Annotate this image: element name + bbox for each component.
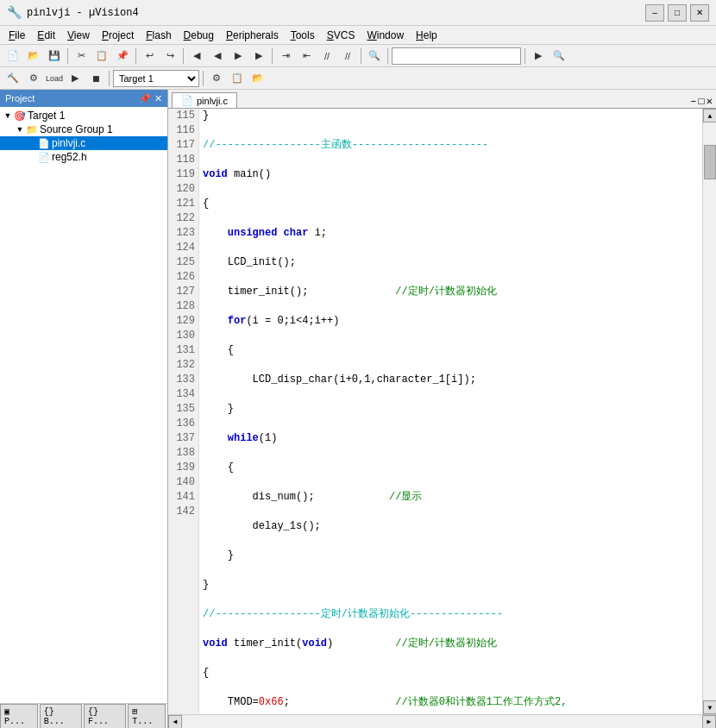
- sep1: [67, 48, 68, 64]
- minimize-button[interactable]: –: [645, 4, 664, 22]
- sep7: [524, 48, 525, 64]
- sep3: [183, 48, 184, 64]
- maximize-button[interactable]: □: [668, 4, 687, 22]
- sep4: [272, 48, 273, 64]
- toolbar1: 📄 📂 💾 ✂ 📋 📌 ↩ ↪ ◀ ◀ ▶ ▶ ⇥ ⇤ // // 🔍 ▶ 🔍: [0, 45, 716, 67]
- tree-item-sourcegroup1[interactable]: ▼ 📁 Source Group 1: [0, 122, 167, 136]
- build2-btn[interactable]: ⚙: [24, 69, 43, 88]
- back-button[interactable]: ◀: [187, 47, 206, 66]
- pin-icon[interactable]: 📌: [139, 93, 151, 104]
- menu-svcs[interactable]: SVCS: [322, 28, 361, 43]
- file-h-icon: 📄: [38, 152, 50, 163]
- editor-vscrollbar[interactable]: ▲ ▼: [702, 109, 716, 714]
- tab-file-icon: 📄: [181, 95, 193, 106]
- project-panel: Project 📌 ✕ ▼ 🎯 Target 1 ▼ 📁 Source Grou…: [0, 90, 168, 728]
- menu-help[interactable]: Help: [411, 28, 443, 43]
- code-content[interactable]: } //-----------------主函数----------------…: [199, 109, 702, 714]
- editor-tab-pinlvji[interactable]: 📄 pinlvji.c: [172, 92, 237, 108]
- titlebar-left: 🔧 pinlvji - µVision4: [7, 5, 139, 20]
- scroll-up-button[interactable]: ▲: [703, 109, 716, 122]
- titlebar: 🔧 pinlvji - µVision4 – □ ✕: [0, 0, 716, 26]
- run-btn[interactable]: ▶: [66, 69, 85, 88]
- indent-button[interactable]: ⇥: [276, 47, 295, 66]
- undo-button[interactable]: ↩: [140, 47, 159, 66]
- target-select[interactable]: Target 1: [113, 70, 199, 87]
- build-btn[interactable]: 🔨: [3, 69, 22, 88]
- tree-item-reg52-h[interactable]: 📄 reg52.h: [0, 150, 167, 164]
- new-button[interactable]: 📄: [3, 47, 22, 66]
- manage-btn[interactable]: 📋: [228, 69, 247, 88]
- close-button[interactable]: ✕: [690, 4, 709, 22]
- tab-label: pinlvji.c: [197, 96, 228, 106]
- paste-button[interactable]: 📌: [113, 47, 132, 66]
- tree-item-target1[interactable]: ▼ 🎯 Target 1: [0, 109, 167, 122]
- sep5: [361, 48, 361, 64]
- tab-project[interactable]: ▣ P...: [0, 704, 38, 728]
- app-icon: 🔧: [7, 5, 22, 20]
- menu-file[interactable]: File: [3, 28, 30, 43]
- sep8: [109, 71, 110, 86]
- sep2: [135, 48, 136, 64]
- stop-btn[interactable]: ⏹: [86, 69, 105, 88]
- editor-tab-controls: – □ ✕: [690, 95, 713, 108]
- file-c-icon: 📄: [38, 138, 50, 149]
- editor-area: 📄 pinlvji.c – □ ✕ 115 116 117 118 119 12…: [168, 90, 716, 728]
- reg52-h-label: reg52.h: [52, 151, 87, 163]
- titlebar-controls: – □ ✕: [645, 4, 709, 22]
- tab-templates[interactable]: ⊞ T...: [128, 704, 166, 728]
- nav3-button[interactable]: ▶: [229, 47, 248, 66]
- menu-flash[interactable]: Flash: [141, 28, 176, 43]
- toolbar2: 🔨 ⚙ Load ▶ ⏹ Target 1 ⚙ 📋 📂: [0, 67, 716, 90]
- menu-tools[interactable]: Tools: [286, 28, 320, 43]
- target-options-btn[interactable]: ⚙: [207, 69, 226, 88]
- save-button[interactable]: 💾: [45, 47, 64, 66]
- expand-target1[interactable]: ▼: [2, 111, 14, 120]
- panel-controls: 📌 ✕: [139, 93, 162, 104]
- code-editor[interactable]: 115 116 117 118 119 120 121 122 123 124 …: [168, 109, 716, 714]
- line-numbers: 115 116 117 118 119 120 121 122 123 124 …: [168, 109, 199, 714]
- expand-srcgroup1[interactable]: ▼: [14, 125, 26, 134]
- comment-button[interactable]: //: [317, 47, 336, 66]
- uncomment-button[interactable]: //: [338, 47, 357, 66]
- search-input[interactable]: [392, 47, 521, 65]
- menubar: File Edit View Project Flash Debug Perip…: [0, 26, 716, 45]
- tab-books[interactable]: {} B...: [40, 704, 82, 728]
- menu-view[interactable]: View: [62, 28, 95, 43]
- find-button[interactable]: 🔍: [365, 47, 384, 66]
- menu-peripherals[interactable]: Peripherals: [221, 28, 284, 43]
- scroll-right-button[interactable]: ▶: [702, 715, 716, 729]
- search-all-button[interactable]: 🔍: [550, 47, 568, 66]
- tab-minimize-icon[interactable]: –: [690, 96, 696, 108]
- tree-item-pinlvji-c[interactable]: 📄 pinlvji.c: [0, 136, 167, 150]
- forward-button[interactable]: ◀: [208, 47, 227, 66]
- copy-button[interactable]: 📋: [92, 47, 111, 66]
- project-panel-header: Project 📌 ✕: [0, 90, 167, 107]
- open-target-btn[interactable]: 📂: [248, 69, 267, 88]
- scroll-track: [703, 122, 716, 700]
- srcgroup1-label: Source Group 1: [40, 123, 113, 135]
- project-bottom-tabs: ▣ P... {} B... {} F... ⊞ T...: [0, 703, 167, 728]
- editor-hscrollbar[interactable]: ◀ ▶: [168, 714, 716, 728]
- close-panel-icon[interactable]: ✕: [154, 93, 162, 104]
- menu-project[interactable]: Project: [97, 28, 139, 43]
- redo-button[interactable]: ↪: [160, 47, 179, 66]
- cut-button[interactable]: ✂: [72, 47, 91, 66]
- scroll-down-button[interactable]: ▼: [703, 700, 716, 714]
- tab-restore-icon[interactable]: □: [699, 96, 705, 108]
- open-button[interactable]: 📂: [24, 47, 43, 66]
- menu-window[interactable]: Window: [361, 28, 409, 43]
- project-tree: ▼ 🎯 Target 1 ▼ 📁 Source Group 1 📄 pinlvj…: [0, 107, 167, 703]
- target1-label: Target 1: [28, 110, 65, 122]
- tab-close-icon[interactable]: ✕: [707, 95, 713, 108]
- menu-debug[interactable]: Debug: [179, 28, 219, 43]
- scroll-thumb[interactable]: [704, 145, 716, 179]
- outdent-button[interactable]: ⇤: [297, 47, 316, 66]
- search-go-button[interactable]: ▶: [529, 47, 548, 66]
- editor-tabs: 📄 pinlvji.c – □ ✕: [168, 90, 716, 109]
- scroll-left-button[interactable]: ◀: [168, 715, 182, 729]
- menu-edit[interactable]: Edit: [32, 28, 60, 43]
- load-btn[interactable]: Load: [45, 69, 64, 88]
- tab-functions[interactable]: {} F...: [84, 704, 126, 728]
- folder-icon: 📁: [26, 124, 38, 135]
- nav4-button[interactable]: ▶: [249, 47, 268, 66]
